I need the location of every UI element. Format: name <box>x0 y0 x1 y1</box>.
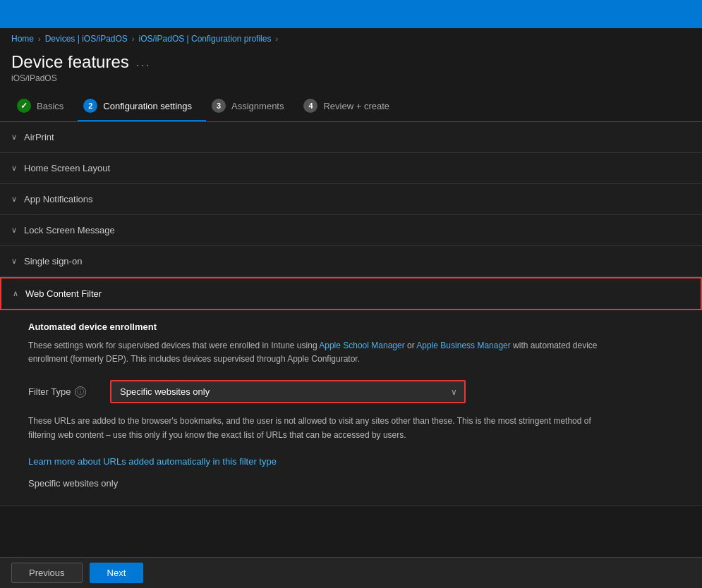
tab-assignments-num: 3 <box>212 99 226 113</box>
tab-configuration-num: 2 <box>83 99 97 113</box>
airprint-chevron-icon: ∨ <box>11 133 17 142</box>
section-sso: ∨ Single sign-on <box>0 246 702 277</box>
tab-review-num: 4 <box>303 99 317 113</box>
sso-chevron-icon: ∨ <box>11 257 17 266</box>
section-lock-screen: ∨ Lock Screen Message <box>0 215 702 246</box>
main-content: ∨ AirPrint ∨ Home Screen Layout ∨ App No… <box>0 122 702 506</box>
page-header: Device features ... iOS/iPadOS <box>0 47 702 92</box>
filter-type-label: Filter Type <box>28 386 71 397</box>
home-screen-label: Home Screen Layout <box>24 163 110 173</box>
page-title: Device features <box>11 52 129 72</box>
filter-dropdown-wrapper: Specific websites onlyBuilt-in limit adu… <box>110 380 466 403</box>
tab-review-label: Review + create <box>323 101 389 111</box>
breadcrumb-profiles[interactable]: iOS/iPadOS | Configuration profiles <box>139 34 272 44</box>
tab-basics-num: ✓ <box>17 99 31 113</box>
enrollment-desc: These settings work for supervised devic… <box>28 339 607 366</box>
airprint-label: AirPrint <box>24 132 54 142</box>
section-airprint: ∨ AirPrint <box>0 122 702 153</box>
web-content-filter-content: Automated device enrollment These settin… <box>0 310 702 506</box>
section-home-screen-header[interactable]: ∨ Home Screen Layout <box>0 153 702 183</box>
tab-configuration[interactable]: 2 Configuration settings <box>78 92 206 121</box>
breadcrumb-home[interactable]: Home <box>11 34 34 44</box>
section-web-content-filter: ∧ Web Content Filter Automated device en… <box>0 277 702 506</box>
apple-school-manager-link[interactable]: Apple School Manager <box>319 341 404 350</box>
section-web-content-filter-header[interactable]: ∧ Web Content Filter <box>0 277 702 310</box>
filter-type-row: Filter Type ⓘ Specific websites onlyBuil… <box>28 380 685 403</box>
web-content-filter-label: Web Content Filter <box>25 288 102 299</box>
tab-basics[interactable]: ✓ Basics <box>11 92 78 121</box>
section-app-notifications: ∨ App Notifications <box>0 184 702 215</box>
filter-type-label-group: Filter Type ⓘ <box>28 386 99 398</box>
tab-assignments-label: Assignments <box>231 101 284 111</box>
learn-more-link[interactable]: Learn more about URLs added automaticall… <box>28 456 685 467</box>
bottom-nav: Previous Next <box>0 557 702 588</box>
breadcrumb: Home › Devices | iOS/iPadOS › iOS/iPadOS… <box>0 28 702 47</box>
url-description: These URLs are added to the browser's bo… <box>28 415 607 441</box>
lock-screen-chevron-icon: ∨ <box>11 226 17 235</box>
enrollment-title: Automated device enrollment <box>28 321 685 332</box>
breadcrumb-sep-2: › <box>132 35 135 43</box>
lock-screen-label: Lock Screen Message <box>24 225 115 235</box>
previous-button[interactable]: Previous <box>11 563 83 583</box>
top-bar <box>0 0 702 28</box>
sso-label: Single sign-on <box>24 256 82 267</box>
specific-websites-label: Specific websites only <box>28 478 685 489</box>
app-notifications-label: App Notifications <box>24 194 93 204</box>
page-title-dots[interactable]: ... <box>136 55 151 70</box>
section-sso-header[interactable]: ∨ Single sign-on <box>0 246 702 276</box>
breadcrumb-sep-3: › <box>275 35 278 43</box>
section-app-notifications-header[interactable]: ∨ App Notifications <box>0 184 702 214</box>
section-airprint-header[interactable]: ∨ AirPrint <box>0 122 702 152</box>
tab-configuration-label: Configuration settings <box>103 101 192 111</box>
tab-basics-label: Basics <box>37 101 63 111</box>
tab-assignments[interactable]: 3 Assignments <box>206 92 298 121</box>
breadcrumb-sep-1: › <box>38 35 41 43</box>
section-lock-screen-header[interactable]: ∨ Lock Screen Message <box>0 215 702 245</box>
app-notifications-chevron-icon: ∨ <box>11 195 17 204</box>
filter-type-info-icon[interactable]: ⓘ <box>75 386 86 398</box>
next-button[interactable]: Next <box>90 563 144 583</box>
wizard-tabs: ✓ Basics 2 Configuration settings 3 Assi… <box>0 92 702 122</box>
breadcrumb-devices[interactable]: Devices | iOS/iPadOS <box>45 34 128 44</box>
home-screen-chevron-icon: ∨ <box>11 164 17 173</box>
tab-review[interactable]: 4 Review + create <box>298 92 404 121</box>
section-home-screen: ∨ Home Screen Layout <box>0 153 702 184</box>
apple-business-manager-link[interactable]: Apple Business Manager <box>416 341 510 350</box>
page-subtitle: iOS/iPadOS <box>11 73 691 83</box>
web-content-filter-chevron-icon: ∧ <box>13 289 18 298</box>
filter-type-dropdown[interactable]: Specific websites onlyBuilt-in limit adu… <box>111 381 464 402</box>
